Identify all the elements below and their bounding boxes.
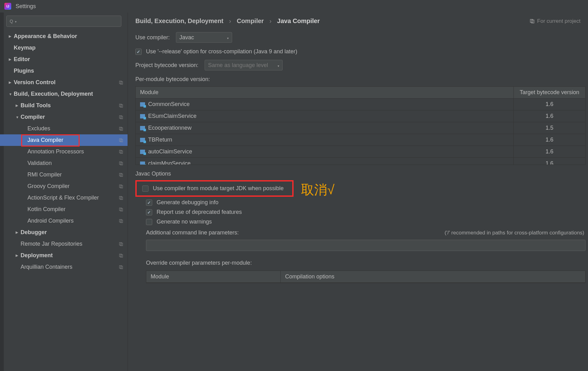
sidebar-item-debugger[interactable]: ▶ Debugger [0,227,128,238]
release-option-checkbox[interactable] [135,49,142,55]
project-scope-icon [119,184,123,189]
chevron-down-icon: ▼ [16,115,21,119]
table-row[interactable]: claimMsgService1.6 [136,158,585,165]
chevron-right-icon: ▶ [9,34,14,38]
module-target[interactable]: 1.6 [513,134,585,146]
th-module[interactable]: Module [136,87,513,98]
project-scope-icon [119,173,123,177]
override-label: Override compiler parameters per-module: [146,260,588,266]
module-target[interactable]: 1.6 [513,99,585,110]
module-icon [140,150,145,154]
project-scope-icon [119,138,123,142]
sidebar-item-build-tools[interactable]: ▶ Build Tools [0,100,128,111]
use-compiler-label: Use compiler: [135,34,170,41]
project-scope-icon [119,253,123,258]
breadcrumb-java-compiler: Java Compiler [277,17,320,25]
gen-no-warnings-label: Generate no warnings [157,219,212,225]
sidebar-item-android-compilers[interactable]: ▶ Android Compilers [0,215,128,227]
use-compiler-select[interactable]: Javac [176,32,232,43]
table-row[interactable]: Ecooperationnew1.5 [136,122,585,134]
sidebar-item-remote-jar[interactable]: ▶ Remote Jar Repositories [0,238,128,250]
chevron-down-icon [275,62,279,69]
addl-params-input[interactable] [146,240,586,251]
module-target[interactable]: 1.6 [513,146,585,157]
chevron-right-icon: ▶ [9,57,14,61]
breadcrumb-bed[interactable]: Build, Execution, Deployment [135,17,223,25]
table-row[interactable]: autoClaimService1.6 [136,146,585,158]
chevron-down-icon: ▼ [9,92,14,96]
project-scope-icon [119,127,123,131]
report-deprecated-checkbox[interactable] [146,209,152,215]
search-input[interactable]: Q [6,16,121,27]
th-override-opts[interactable]: Compilation options [280,271,585,282]
sidebar-item-rmi-compiler[interactable]: ▶ RMI Compiler [0,169,128,181]
scope-indicator: For current project [530,18,581,24]
project-scope-icon [119,80,123,85]
project-scope-icon [119,219,123,223]
javac-options-title: Javac Options [135,171,588,177]
module-target[interactable]: 1.6 [513,158,585,165]
module-name: TBReturn [148,137,172,143]
breadcrumb-compiler[interactable]: Compiler [237,17,264,25]
sidebar-item-arquillian[interactable]: ▶ Arquillian Containers [0,261,128,273]
bytecode-version-select[interactable]: Same as language level [205,60,283,70]
module-icon [140,114,145,118]
window-title: Settings [16,3,36,10]
use-module-jdk-label: Use compiler from module target JDK when… [153,185,284,192]
th-override-module[interactable]: Module [146,271,280,282]
sidebar-item-editor[interactable]: ▶ Editor [0,54,128,65]
gen-no-warnings-checkbox[interactable] [146,219,152,225]
th-target[interactable]: Target bytecode version [513,87,585,98]
chevron-right-icon: ▶ [16,104,21,108]
sidebar-item-appearance[interactable]: ▶ Appearance & Behavior [0,31,128,42]
app-icon: IJ [4,3,11,10]
sidebar-item-deployment[interactable]: ▶ Deployment [0,250,128,261]
search-icon: Q [10,19,13,24]
sidebar-item-annotation-processors[interactable]: ▶ Annotation Processors [0,146,128,157]
breadcrumb: Build, Execution, Deployment › Compiler … [135,17,320,25]
sidebar-item-compiler[interactable]: ▼ Compiler [0,111,128,123]
sidebar-item-plugins[interactable]: ▶ Plugins [0,65,128,77]
module-name: Ecooperationnew [148,125,192,131]
table-row[interactable]: ESumClaimService1.6 [136,110,585,122]
chevron-right-icon: ▶ [16,230,21,234]
annotation-text: 取消√ [301,181,334,199]
chevron-right-icon: › [270,17,272,25]
gen-debug-label: Generate debugging info [157,199,218,206]
sidebar-item-java-compiler[interactable]: ▶ Java Compiler [0,134,128,146]
chevron-down-icon [224,34,229,41]
sidebar-item-as-flex-compiler[interactable]: ▶ ActionScript & Flex Compiler [0,192,128,204]
release-option-label: Use '--release' option for cross-compila… [146,48,297,55]
module-name: ESumClaimService [148,113,197,119]
module-target[interactable]: 1.6 [513,110,585,122]
chevron-right-icon: › [229,17,231,25]
gen-debug-checkbox[interactable] [146,200,152,206]
report-deprecated-label: Report use of deprecated features [157,209,242,215]
module-name: CommonService [148,101,190,107]
sidebar-item-kotlin-compiler[interactable]: ▶ Kotlin Compiler [0,204,128,215]
sidebar-item-keymap[interactable]: ▶ Keymap [0,42,128,54]
module-name: claimMsgService [148,160,191,165]
per-module-label: Per-module bytecode version: [135,76,588,83]
sidebar-item-excludes[interactable]: ▶ Excludes [0,123,128,134]
sidebar-item-validation[interactable]: ▶ Validation [0,157,128,169]
table-row[interactable]: CommonService1.6 [136,99,585,110]
module-name: autoClaimService [148,148,192,155]
sidebar-item-version-control[interactable]: ▶ Version Control [0,77,128,88]
sidebar-item-bed[interactable]: ▼ Build, Execution, Deployment [0,88,128,100]
main-panel: Build, Execution, Deployment › Compiler … [128,12,588,371]
project-scope-icon [119,242,123,246]
project-scope-icon [119,104,123,108]
chevron-right-icon: ▶ [9,80,14,84]
module-bytecode-table: Module Target bytecode version CommonSer… [135,86,586,165]
sidebar-item-groovy-compiler[interactable]: ▶ Groovy Compiler [0,181,128,192]
addl-params-label: Additional command line parameters: [146,229,239,236]
addl-params-hint: ('/' recommended in paths for cross-plat… [445,230,584,236]
module-target[interactable]: 1.5 [513,122,585,134]
module-icon [140,102,145,107]
override-table: Module Compilation options [146,271,586,283]
project-scope-icon [530,19,535,24]
table-row[interactable]: TBReturn1.6 [136,134,585,146]
use-module-jdk-checkbox[interactable] [142,186,148,192]
module-icon [140,126,145,130]
